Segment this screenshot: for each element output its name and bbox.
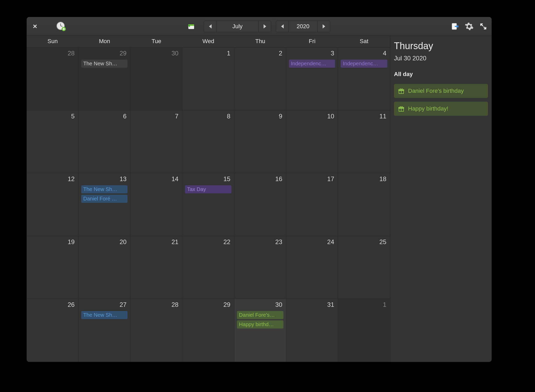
day-cell[interactable]: 16 [234,173,286,236]
day-cell[interactable]: 18 [338,173,390,236]
sidebar-event[interactable]: Daniel Fore's birthday [394,84,488,98]
new-event-button[interactable] [56,21,66,32]
day-sidebar: Thursday Jul 30 2020 All day Daniel Fore… [390,36,492,362]
year-label[interactable]: 2020 [289,21,317,32]
day-cell[interactable]: 1 [182,48,234,111]
day-cell[interactable]: 29The New Sh… [79,48,131,111]
sidebar-event[interactable]: Happy birthday! [394,102,488,116]
today-button[interactable] [186,21,196,32]
calendar-event[interactable]: Independenc… [341,60,387,68]
day-number: 21 [132,238,180,248]
day-cell[interactable]: 30Daniel Fore's…Happy birthd… [234,299,286,362]
dow-label: Sun [27,36,79,47]
week-row: 567891011 [27,111,390,174]
day-number: 13 [81,175,128,185]
day-number: 20 [81,238,128,248]
fullscreen-button[interactable] [478,21,489,32]
sidebar-event-list: Daniel Fore's birthdayHappy birthday! [394,84,488,119]
gift-icon [398,88,404,94]
day-cell[interactable]: 14 [130,173,182,236]
calendar-event[interactable]: Tax Day [185,185,231,193]
next-month-button[interactable] [258,21,271,32]
day-cell[interactable]: 17 [286,173,338,236]
day-cell[interactable]: 27The New Sh… [79,299,131,362]
sidebar-date: Jul 30 2020 [394,55,488,62]
day-cell[interactable]: 9 [234,111,286,174]
sidebar-section-label: All day [394,71,488,78]
day-number: 12 [29,175,76,185]
dow-label: Sat [338,36,390,47]
day-cell[interactable]: 24 [286,236,338,299]
day-cell[interactable]: 8 [182,111,234,174]
day-cell[interactable]: 21 [130,236,182,299]
day-cell[interactable]: 22 [182,236,234,299]
month-nav: July [204,21,271,32]
day-number: 17 [288,175,336,185]
day-cell[interactable]: 4Independenc… [338,48,390,111]
clock-add-icon [56,21,66,32]
day-number: 29 [81,49,128,59]
settings-button[interactable] [464,21,474,32]
day-cell[interactable]: 23 [234,236,286,299]
day-cell[interactable]: 7 [130,111,182,174]
day-cell[interactable]: 30 [130,48,182,111]
calendar-event[interactable]: The New Sh… [81,185,128,193]
close-button[interactable]: × [30,21,40,32]
day-cell[interactable]: 20 [79,236,131,299]
day-cell[interactable]: 10 [286,111,338,174]
day-number: 3 [288,49,336,59]
day-cell[interactable]: 28 [27,48,79,111]
day-number: 7 [132,112,180,122]
day-cell[interactable]: 25 [338,236,390,299]
month-grid: SunMonTueWedThuFriSat 2829The New Sh…301… [27,36,390,362]
month-label[interactable]: July [217,21,258,32]
calendar-event[interactable]: The New Sh… [81,311,128,319]
day-cell[interactable]: 2 [234,48,286,111]
fullscreen-icon [480,23,487,30]
calendar-event[interactable]: Independenc… [289,60,335,68]
day-cell[interactable]: 12 [27,173,79,236]
calendar-event[interactable]: The New Sh… [81,60,128,68]
next-year-button[interactable] [317,21,330,32]
day-number: 24 [288,238,336,248]
main-area: SunMonTueWedThuFriSat 2829The New Sh…301… [27,36,492,362]
day-cell[interactable]: 6 [79,111,131,174]
day-cell[interactable]: 3Independenc… [286,48,338,111]
calendar-event[interactable]: Daniel Fore's… [237,311,283,319]
day-number: 10 [288,112,336,122]
calendar-event[interactable]: Daniel Foré … [81,195,128,203]
day-number: 15 [184,175,232,185]
day-cell[interactable]: 31 [286,299,338,362]
day-number: 1 [184,49,232,59]
week-row: 2829The New Sh…30123Independenc…4Indepen… [27,48,390,111]
day-cell[interactable]: 26 [27,299,79,362]
day-number: 6 [81,112,128,122]
day-cell[interactable]: 1 [338,299,390,362]
day-number: 29 [184,301,232,310]
prev-month-button[interactable] [204,21,217,32]
day-number: 1 [340,301,388,310]
day-number: 14 [132,175,180,185]
day-cell[interactable]: 28 [130,299,182,362]
day-cell[interactable]: 11 [338,111,390,174]
week-row: 2627The New Sh…282930Daniel Fore's…Happy… [27,299,390,362]
dow-label: Thu [234,36,286,47]
day-cell[interactable]: 5 [27,111,79,174]
day-number: 26 [29,301,76,310]
calendar-window: × July [27,17,492,362]
day-number: 19 [29,238,76,248]
day-cell[interactable]: 13The New Sh…Daniel Foré … [79,173,131,236]
gift-icon [398,106,404,112]
day-number: 4 [340,49,388,59]
close-icon: × [33,22,37,31]
day-cell[interactable]: 15Tax Day [182,173,234,236]
day-cell[interactable]: 29 [182,299,234,362]
export-button[interactable] [450,21,460,32]
day-number: 27 [81,301,128,310]
dow-label: Mon [79,36,131,47]
prev-year-button[interactable] [276,21,289,32]
day-cell[interactable]: 19 [27,236,79,299]
chevron-left-icon [209,24,212,28]
day-number: 22 [184,238,232,248]
calendar-event[interactable]: Happy birthd… [237,320,283,328]
